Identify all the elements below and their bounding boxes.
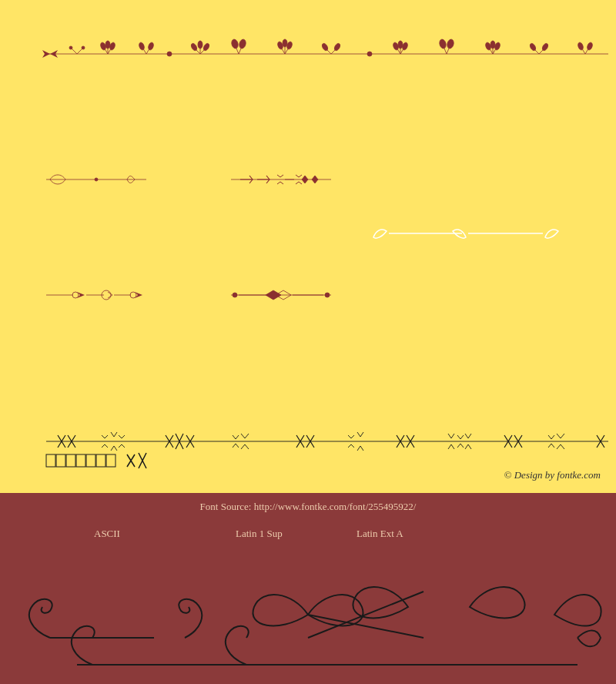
svg-line-11 <box>142 46 146 54</box>
svg-line-47 <box>488 46 493 54</box>
svg-point-41 <box>398 41 403 49</box>
svg-point-29 <box>276 41 283 49</box>
svg-point-4 <box>82 46 85 49</box>
svg-point-70 <box>102 290 111 300</box>
font-source-url: http://www.fontke.com/font/255495922/ <box>254 501 417 512</box>
svg-point-30 <box>283 39 287 47</box>
svg-rect-85 <box>106 454 116 467</box>
svg-point-50 <box>484 42 491 50</box>
svg-point-45 <box>439 39 447 49</box>
svg-point-15 <box>167 52 172 56</box>
svg-point-20 <box>198 41 203 49</box>
svg-point-40 <box>392 42 399 50</box>
font-source-label: Font Source: <box>200 501 252 512</box>
svg-rect-84 <box>96 454 105 467</box>
svg-line-57 <box>581 46 585 54</box>
svg-point-36 <box>367 52 372 56</box>
svg-line-2 <box>77 48 83 54</box>
dark-red-section: Font Source: http://www.fontke.com/font/… <box>0 493 616 684</box>
svg-rect-82 <box>76 454 85 467</box>
svg-line-16 <box>194 48 200 54</box>
bottom-large-decorative <box>0 530 616 684</box>
font-source-line: Font Source: http://www.fontke.com/font/… <box>0 501 616 513</box>
svg-line-54 <box>539 48 545 54</box>
svg-line-7 <box>108 46 112 54</box>
svg-line-1 <box>71 48 77 54</box>
svg-point-52 <box>494 42 500 50</box>
svg-line-23 <box>239 45 243 54</box>
svg-point-72 <box>130 292 136 298</box>
svg-point-62 <box>95 178 98 181</box>
yellow-section: © Design by fontke.com <box>0 0 616 493</box>
svg-point-77 <box>325 293 330 297</box>
svg-rect-79 <box>46 454 55 467</box>
svg-point-3 <box>69 46 72 49</box>
svg-line-44 <box>447 45 450 54</box>
svg-point-42 <box>401 42 408 50</box>
svg-line-49 <box>493 46 497 54</box>
svg-line-32 <box>325 48 331 54</box>
svg-point-51 <box>490 41 495 49</box>
svg-line-18 <box>200 48 206 54</box>
svg-point-34 <box>321 42 329 52</box>
svg-point-55 <box>529 42 537 52</box>
svg-point-46 <box>447 39 455 49</box>
svg-point-21 <box>203 42 210 52</box>
svg-point-68 <box>72 292 79 298</box>
svg-point-25 <box>239 39 247 49</box>
svg-point-31 <box>286 41 293 49</box>
svg-line-43 <box>443 45 447 54</box>
svg-point-60 <box>586 42 593 50</box>
decorative-overlay <box>0 0 616 493</box>
svg-point-56 <box>541 42 549 52</box>
svg-line-12 <box>146 46 151 54</box>
svg-point-10 <box>109 42 116 50</box>
svg-point-24 <box>231 39 239 49</box>
svg-line-26 <box>280 46 285 54</box>
svg-line-53 <box>533 48 539 54</box>
svg-rect-83 <box>86 454 95 467</box>
svg-point-19 <box>190 42 198 52</box>
svg-line-39 <box>400 46 405 54</box>
svg-point-13 <box>138 42 145 50</box>
svg-rect-80 <box>56 454 65 467</box>
copyright-text: © Design by fontke.com <box>504 469 601 481</box>
svg-point-35 <box>333 42 341 52</box>
svg-line-37 <box>396 46 400 54</box>
svg-point-14 <box>147 42 154 50</box>
svg-point-74 <box>233 293 237 297</box>
svg-rect-81 <box>66 454 75 467</box>
svg-point-9 <box>105 41 110 49</box>
svg-line-58 <box>585 46 590 54</box>
svg-line-28 <box>285 46 290 54</box>
svg-line-22 <box>235 45 239 54</box>
svg-point-8 <box>99 42 106 50</box>
svg-line-5 <box>103 46 108 54</box>
svg-line-33 <box>331 48 337 54</box>
svg-point-59 <box>577 42 584 50</box>
